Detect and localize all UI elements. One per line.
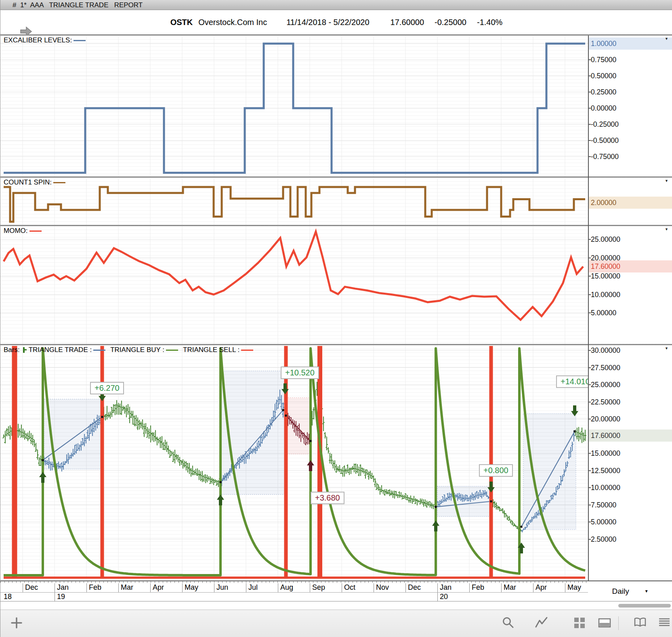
axis-label: 0.50000	[591, 71, 670, 80]
month-cell: Mar	[501, 583, 533, 592]
panel-layout-icon[interactable]	[597, 616, 613, 631]
panel-excaliber-plot	[0, 36, 588, 176]
month-cell: Nov	[374, 583, 405, 592]
chart-header: OSTK Overstock.Com Inc 11/14/2018 - 5/22…	[0, 10, 672, 34]
month-cell: Apr	[150, 583, 182, 592]
panel-scale-dropdown[interactable]: ▼	[665, 346, 670, 351]
month-cell: Mar	[118, 583, 150, 592]
horizontal-scrollbar-thumb[interactable]	[618, 604, 671, 608]
axis-label: 7.50000	[591, 501, 670, 509]
menu-lines-icon[interactable]	[657, 616, 672, 631]
legend-line-sample	[93, 350, 105, 351]
month-cell: May	[182, 583, 214, 592]
axis-value-highlight: 17.60000	[589, 430, 672, 442]
toolbar-divider	[618, 616, 619, 630]
month-cell: Sep	[310, 583, 342, 592]
trade-annotation: +6.270	[90, 382, 124, 394]
year-separator	[55, 593, 55, 601]
bar-sample-icon	[23, 347, 25, 353]
axis-label: 25.00000	[591, 380, 670, 389]
axis-label: 15.00000	[591, 272, 670, 281]
trade-annotation: +0.800	[479, 464, 513, 477]
axis-label: 22.50000	[591, 398, 670, 407]
panel-scale-dropdown[interactable]: ▼	[665, 179, 670, 184]
book-icon[interactable]	[633, 616, 648, 631]
axis-label: 5.00000	[591, 308, 670, 317]
panel-line-sample	[53, 182, 65, 183]
month-cell: Jul	[246, 583, 278, 592]
month-cell: May	[565, 583, 588, 592]
axis-label: 0.75000	[591, 55, 670, 64]
legend-line-sample	[241, 350, 253, 351]
company-name: Overstock.Com Inc	[198, 18, 267, 27]
legend-item-label: TRIANGLE SELL :	[183, 346, 239, 354]
panel-label-excaliber: EXCALIBER LEVELS:	[4, 36, 90, 44]
plus-icon[interactable]	[9, 616, 25, 631]
menu-lines-icon-glyph	[657, 616, 672, 630]
axis-label: 0.25000	[591, 88, 670, 96]
timeframe-label: Daily	[612, 587, 629, 596]
panel-title: EXCALIBER LEVELS:	[4, 36, 72, 44]
price-legend: Bars:TRIANGLE TRADE :TRIANGLE BUY :TRIAN…	[4, 346, 258, 354]
month-gridlines	[23, 178, 565, 225]
month-axis: DecJanFebMarAprMayJunJulAugSepOctNovDecJ…	[0, 583, 588, 593]
panel-momo-plot	[0, 226, 588, 344]
panel-title: MOMO:	[4, 227, 28, 235]
price-change-pct: -1.40%	[477, 18, 502, 27]
x-axis-ticks	[0, 580, 588, 583]
panel-line-sample	[74, 40, 86, 41]
year-separator	[437, 593, 438, 601]
axis-label: 0.00000	[591, 104, 670, 113]
axis-label: 2.50000	[591, 535, 670, 544]
plus-icon-glyph	[9, 616, 24, 630]
chevron-down-icon: ▼	[645, 589, 649, 593]
book-icon-glyph	[633, 616, 647, 630]
panel-count1spin-plot	[0, 178, 588, 225]
panel-momo: MOMO:	[0, 226, 588, 344]
grid-icon[interactable]	[572, 616, 588, 631]
date-range: 11/14/2018 - 5/22/2020	[286, 18, 369, 27]
window-title: # 1* AAA TRIANGLE TRADE REPORT	[0, 0, 672, 10]
timeframe-selector[interactable]: Daily ▼	[588, 580, 672, 601]
axis-label: 30.00000	[591, 346, 670, 355]
axis-value-highlight: 2.00000	[589, 197, 672, 209]
month-cell: Jun	[214, 583, 246, 592]
legend-item-label: TRIANGLE BUY :	[110, 346, 164, 354]
panel-line-sample	[29, 230, 42, 232]
year-axis: 181920	[0, 593, 588, 601]
axis-value-highlight: 1.00000	[589, 38, 672, 50]
search-icon-glyph	[501, 616, 516, 630]
legend-item-label: TRIANGLE TRADE :	[29, 346, 92, 354]
panel-count1spin: COUNT1 SPIN:	[0, 178, 588, 225]
panel-label-momo: MOMO:	[4, 227, 46, 235]
month-cell: Feb	[469, 583, 501, 592]
momo-line	[4, 232, 583, 320]
panel-excaliber: EXCALIBER LEVELS:	[0, 36, 588, 176]
panel-price: +6.270+10.520+3.680+0.800+14.010Bars:TRI…	[0, 345, 588, 580]
axis-label: -0.75000	[591, 152, 670, 161]
month-cell: Dec	[405, 583, 437, 592]
month-cell: Aug	[278, 583, 310, 592]
axis-label: 20.00000	[591, 415, 670, 423]
search-icon[interactable]	[501, 616, 517, 631]
trade-annotation: +3.680	[311, 492, 344, 504]
axis-value-highlight: 17.60000	[589, 260, 672, 272]
axis-label: 5.00000	[591, 518, 670, 526]
price-change: -0.25000	[435, 18, 466, 27]
month-cell: Feb	[86, 583, 118, 592]
panel-title: COUNT1 SPIN:	[4, 178, 52, 186]
year-label: 20	[440, 593, 448, 601]
axis-label: 12.50000	[591, 466, 670, 475]
panel-scale-dropdown[interactable]: ▼	[665, 227, 670, 232]
month-gridlines	[23, 226, 565, 344]
axis-label: 15.00000	[591, 449, 670, 458]
panel-scale-dropdown[interactable]: ▼	[665, 37, 670, 42]
axis-label: 25.00000	[591, 235, 670, 244]
plot-axis-separator	[588, 36, 589, 601]
last-price: 17.60000	[391, 18, 424, 27]
line-chart-icon[interactable]	[534, 616, 550, 631]
legend-bars-label: Bars:	[4, 346, 20, 354]
month-cell: Jan	[55, 583, 86, 592]
panel-label-count1spin: COUNT1 SPIN:	[4, 178, 70, 186]
trade-annotation: +10.520	[281, 367, 319, 379]
